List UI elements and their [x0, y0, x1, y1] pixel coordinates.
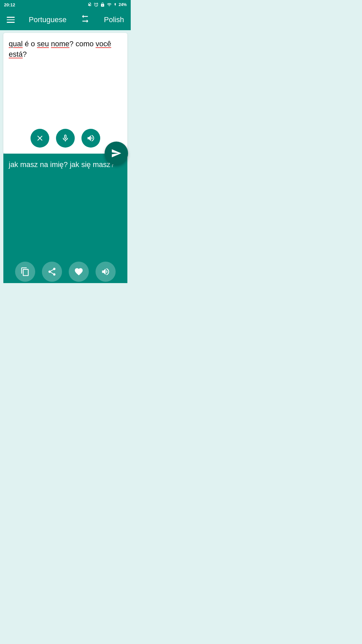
speak-translation-button[interactable]	[96, 262, 116, 282]
translate-button[interactable]	[105, 142, 128, 165]
status-time: 20:12	[4, 2, 15, 7]
menu-button[interactable]	[7, 17, 15, 23]
swap-languages-button[interactable]	[80, 14, 90, 25]
translation-area: jak masz na imię? jak się masz?	[3, 154, 127, 283]
source-language[interactable]: Portuguese	[29, 15, 67, 24]
battery-text: 24%	[119, 2, 127, 7]
word-voce: você	[96, 40, 111, 48]
microphone-button[interactable]	[56, 129, 75, 148]
target-language[interactable]: Polish	[104, 15, 124, 24]
word-esta: está	[9, 50, 23, 58]
lock-icon	[100, 2, 105, 7]
speak-source-button[interactable]	[81, 129, 100, 148]
status-bar: 20:12 24%	[0, 0, 131, 9]
source-input-area: qual é o seu nome? como vocêestá?	[3, 33, 127, 154]
translation-controls	[9, 262, 122, 283]
clear-button[interactable]	[31, 129, 49, 148]
status-right: 24%	[87, 2, 127, 7]
alarm-icon	[94, 2, 99, 7]
source-controls	[9, 129, 122, 150]
charging-icon	[114, 2, 117, 7]
word-nome: nome	[51, 40, 69, 48]
word-qual: qual	[9, 40, 23, 48]
share-button[interactable]	[42, 262, 62, 282]
copy-button[interactable]	[15, 262, 35, 282]
notification-icon	[87, 2, 92, 7]
favorite-button[interactable]	[69, 262, 89, 282]
app-header: Portuguese Polish	[0, 9, 131, 30]
signal-icon	[107, 2, 112, 7]
source-text[interactable]: qual é o seu nome? como vocêestá?	[9, 39, 122, 129]
word-seu: seu	[37, 40, 49, 48]
translated-text: jak masz na imię? jak się masz?	[9, 160, 122, 262]
